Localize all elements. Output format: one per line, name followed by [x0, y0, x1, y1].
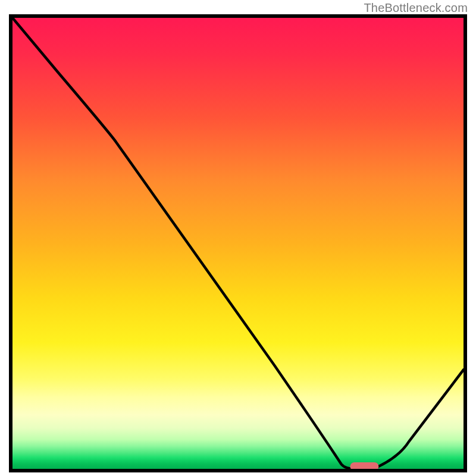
bottleneck-curve: [12, 18, 464, 469]
watermark-text: TheBottleneck.com: [364, 1, 468, 15]
chart-plot: [12, 18, 464, 469]
optimal-marker: [350, 462, 379, 469]
chart-frame: [9, 14, 467, 472]
